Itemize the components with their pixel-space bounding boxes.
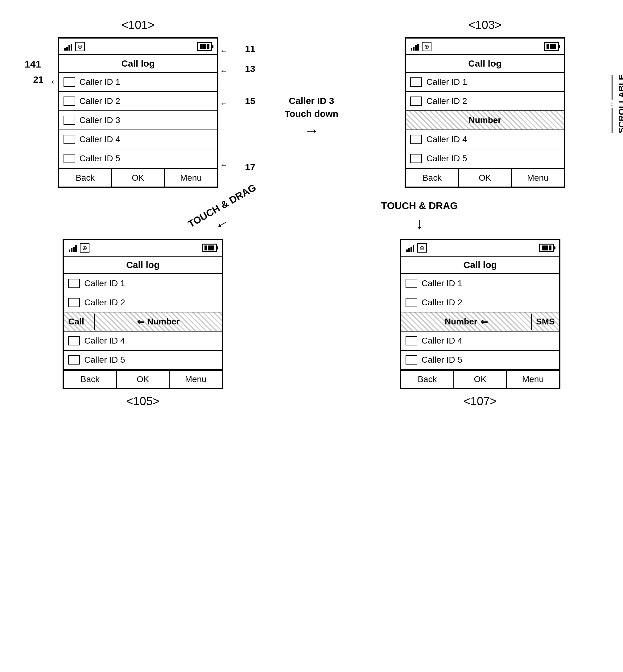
arrow-17: ← (220, 161, 228, 169)
bottom-bar-107: Back OK Menu (401, 370, 559, 388)
signal-bar-icon-107 (406, 244, 414, 252)
status-bar-101: ⊕ (59, 38, 217, 55)
list-item-103-5[interactable]: Caller ID 5 (406, 149, 564, 169)
menu-btn-105[interactable]: Menu (170, 371, 222, 388)
list-item-101-5[interactable]: Caller ID 5 (59, 149, 217, 169)
transition-middle: TOUCH & DRAG ← TOUCH & DRAG ↓ (25, 200, 598, 233)
ref-15: 15 (245, 96, 255, 106)
ok-btn-103[interactable]: OK (459, 169, 512, 187)
bottom-bar-105: Back OK Menu (64, 370, 222, 388)
bottom-bar-101: Back OK Menu (59, 169, 217, 187)
signal-bar-icon-105 (69, 244, 77, 252)
touch-drag-right-arrow: ↓ (415, 215, 423, 233)
signal-icons-101: ⊕ (64, 42, 85, 51)
item-icon-107-4 (406, 336, 417, 345)
list-item-101-3[interactable]: Caller ID 3 (59, 111, 217, 130)
bt-icon-107: ⊕ (417, 243, 427, 252)
phone-105: ⊕ Call log (63, 239, 223, 389)
ok-btn-105[interactable]: OK (117, 371, 170, 388)
phone-107: ⊕ Call log (400, 239, 560, 389)
battery-icon (197, 42, 212, 51)
list-item-105-5[interactable]: Caller ID 5 (64, 350, 222, 370)
diagram-103-label: <103> (468, 19, 502, 32)
action-row-105[interactable]: Call ⇐ Number (64, 312, 222, 332)
list-item-105-1[interactable]: Caller ID 1 (64, 274, 222, 293)
item-icon-101-3 (63, 116, 75, 125)
diagram-107: ⊕ Call log (400, 239, 560, 408)
signal-icons-107: ⊕ (406, 243, 427, 252)
signal-bar-icon (64, 42, 72, 51)
item-icon-105-4 (68, 336, 80, 345)
scrollable-annotation: ↕ SCROLLABLE (610, 74, 623, 133)
list-item-101-2[interactable]: Caller ID 2 (59, 92, 217, 111)
title-103: Call log (406, 55, 564, 73)
battery-icon-107 (539, 244, 554, 252)
item-icon-101-4 (63, 135, 75, 144)
back-btn-101[interactable]: Back (59, 169, 112, 187)
ok-btn-101[interactable]: OK (112, 169, 165, 187)
list-item-101-1[interactable]: Caller ID 1 (59, 73, 217, 92)
diagram-107-label: <107> (464, 395, 497, 408)
item-icon-107-5 (406, 355, 417, 365)
menu-btn-103[interactable]: Menu (512, 169, 564, 187)
list-item-105-2[interactable]: Caller ID 2 (64, 293, 222, 312)
item-icon-107-2 (406, 298, 417, 307)
diagram-105-label: <105> (126, 395, 159, 408)
status-bar-103: ⊕ (406, 38, 564, 55)
signal-icons-105: ⊕ (69, 243, 89, 252)
diagram-101: <101> 11 13 15 17 21 ← ← ← ← ↙ (58, 19, 218, 188)
list-item-103-4[interactable]: Caller ID 4 (406, 130, 564, 149)
item-icon-101-2 (63, 96, 75, 106)
ok-btn-107[interactable]: OK (454, 371, 507, 388)
list-item-107-4[interactable]: Caller ID 4 (401, 332, 559, 350)
back-btn-103[interactable]: Back (406, 169, 458, 187)
list-item-107-2[interactable]: Caller ID 2 (401, 293, 559, 312)
status-bar-107: ⊕ (401, 240, 559, 256)
title-107: Call log (401, 256, 559, 274)
item-icon-103-2 (410, 96, 422, 106)
action-call-105[interactable]: Call (64, 314, 95, 330)
action-number-107: Number ⇐ (401, 317, 531, 327)
action-row-107[interactable]: Number ⇐ SMS (401, 312, 559, 332)
item-icon-101-1 (63, 78, 75, 87)
arrow-11: ← (220, 47, 228, 55)
menu-btn-101[interactable]: Menu (165, 169, 217, 187)
item-icon-107-1 (406, 279, 417, 288)
diagram-105: ⊕ Call log (63, 239, 223, 408)
back-btn-105[interactable]: Back (64, 371, 117, 388)
list-item-105-4[interactable]: Caller ID 4 (64, 332, 222, 350)
list-item-103-2[interactable]: Caller ID 2 (406, 92, 564, 111)
bt-icon: ⊕ (75, 42, 85, 51)
item-icon-103-4 (410, 135, 422, 144)
list-item-107-5[interactable]: Caller ID 5 (401, 350, 559, 370)
bottom-bar-103: Back OK Menu (406, 169, 564, 187)
arrow-13: ← (220, 67, 228, 75)
item-icon-103-1 (410, 78, 422, 87)
phone-101: ⊕ Call log (58, 37, 218, 188)
list-item-101-4[interactable]: Caller ID 4 (59, 130, 217, 149)
touchdown-label: Caller ID 3 Touch down → (285, 96, 338, 140)
battery-icon-103 (544, 42, 559, 51)
bt-icon-103: ⊕ (422, 42, 432, 51)
list-item-107-1[interactable]: Caller ID 1 (401, 274, 559, 293)
scrollable-text: SCROLLABLE (617, 74, 623, 133)
ref-13: 13 (245, 64, 255, 74)
page-container: 141 <101> 11 13 15 17 21 ← ← ← (0, 0, 623, 672)
title-105: Call log (64, 256, 222, 274)
transition-left: TOUCH & DRAG ← (184, 200, 260, 233)
item-icon-105-1 (68, 279, 80, 288)
touch-drag-right-label: TOUCH & DRAG (381, 200, 458, 212)
battery-icon-105 (202, 244, 217, 252)
menu-btn-107[interactable]: Menu (507, 371, 559, 388)
signal-bar-icon-103 (411, 42, 419, 51)
action-sms-107[interactable]: SMS (531, 314, 559, 330)
item-icon-105-2 (68, 298, 80, 307)
list-item-103-1[interactable]: Caller ID 1 (406, 73, 564, 92)
bt-icon-105: ⊕ (80, 243, 89, 252)
phone-103: ⊕ Call log (405, 37, 565, 188)
back-btn-107[interactable]: Back (401, 371, 454, 388)
number-row-103[interactable]: Number (406, 111, 564, 130)
item-icon-103-5 (410, 154, 422, 163)
transition-right: TOUCH & DRAG ↓ (381, 200, 458, 233)
status-bar-105: ⊕ (64, 240, 222, 256)
